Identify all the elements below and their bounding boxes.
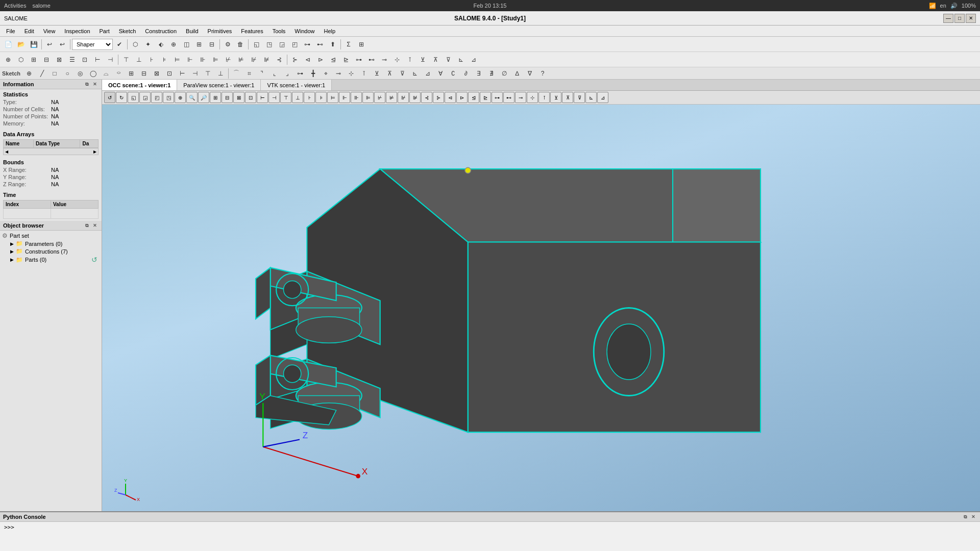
tb2-2[interactable]: ⬡ xyxy=(15,54,27,66)
tb-btn5[interactable]: ⬖ xyxy=(155,38,167,51)
vt-btn4[interactable]: ◲ xyxy=(139,92,151,103)
tb2-22[interactable]: ⊰ xyxy=(273,54,285,66)
tb2-33[interactable]: ⊻ xyxy=(416,54,429,66)
sk-btn27[interactable]: ⊺ xyxy=(358,67,370,80)
tb2-17[interactable]: ⊫ xyxy=(209,54,222,66)
vt-btn9[interactable]: 🔎 xyxy=(198,92,209,103)
vt-btn7[interactable]: ⊕ xyxy=(175,92,186,103)
tb2-37[interactable]: ⊿ xyxy=(468,54,480,66)
tb-new[interactable]: 📄 xyxy=(2,38,14,51)
tb2-9[interactable]: ⊣ xyxy=(104,54,116,66)
3d-viewport[interactable]: X Y Z X Y Z xyxy=(102,105,980,511)
scroll-left-arrow[interactable]: ◀ xyxy=(4,148,10,155)
tb-btn9[interactable]: ⊟ xyxy=(206,38,218,51)
vt-btn42[interactable]: ⊾ xyxy=(585,92,597,103)
sk-btn4[interactable]: ○ xyxy=(61,67,74,80)
tb-btn7[interactable]: ◫ xyxy=(180,38,192,51)
tb-view3[interactable]: ◲ xyxy=(276,38,288,51)
sk-btn16[interactable]: ⊥ xyxy=(214,67,227,80)
vt-btn2[interactable]: ↻ xyxy=(116,92,127,103)
menu-tools[interactable]: Tools xyxy=(268,27,290,35)
tb-del[interactable]: 🗑 xyxy=(234,38,247,51)
tb-btn6[interactable]: ⊕ xyxy=(167,38,180,51)
tb2-11[interactable]: ⊥ xyxy=(133,54,145,66)
tb-view4[interactable]: ◰ xyxy=(288,38,301,51)
vt-btn43[interactable]: ⊿ xyxy=(597,92,608,103)
vt-btn11[interactable]: ⊟ xyxy=(222,92,233,103)
sk-btn13[interactable]: ⊢ xyxy=(176,67,188,80)
menu-features[interactable]: Features xyxy=(237,27,267,35)
sk-btn9[interactable]: ⊞ xyxy=(125,67,137,80)
menu-help[interactable]: Help xyxy=(320,27,339,35)
sk-btn29[interactable]: ⊼ xyxy=(383,67,396,80)
scroll-right-arrow[interactable]: ▶ xyxy=(92,148,98,155)
tb2-3[interactable]: ⊞ xyxy=(28,54,40,66)
tb2-30[interactable]: ⊸ xyxy=(378,54,390,66)
sk-btn19[interactable]: ⌝ xyxy=(256,67,268,80)
vt-btn8[interactable]: 🔍 xyxy=(186,92,198,103)
tb2-25[interactable]: ⊳ xyxy=(314,54,327,66)
sk-btn38[interactable]: ∅ xyxy=(498,67,510,80)
vt-btn38[interactable]: ⊺ xyxy=(538,92,550,103)
vt-btn26[interactable]: ⊮ xyxy=(398,92,409,103)
sk-btn41[interactable]: ? xyxy=(536,67,549,80)
tb-btn4[interactable]: ✦ xyxy=(142,38,154,51)
vt-btn31[interactable]: ⊳ xyxy=(456,92,468,103)
info-float-btn[interactable]: ⧉ xyxy=(83,81,90,88)
vt-btn5[interactable]: ◰ xyxy=(151,92,162,103)
data-arrays-scrollbar[interactable]: ◀ ▶ xyxy=(3,148,99,155)
tb-view1[interactable]: ◱ xyxy=(250,38,262,51)
sk-btn10[interactable]: ⊟ xyxy=(138,67,150,80)
sk-btn32[interactable]: ⊿ xyxy=(422,67,434,80)
tb2-28[interactable]: ⊶ xyxy=(353,54,365,66)
sk-btn17[interactable]: ⌒ xyxy=(230,67,242,80)
tb2-7[interactable]: ⊡ xyxy=(79,54,91,66)
sk-btn2[interactable]: ╱ xyxy=(36,67,48,80)
tab-vtk[interactable]: VTK scene:1 - viewer:1 xyxy=(261,80,332,90)
sk-btn30[interactable]: ⊽ xyxy=(396,67,408,80)
sk-btn25[interactable]: ⊸ xyxy=(332,67,345,80)
tb2-4[interactable]: ⊟ xyxy=(40,54,53,66)
sk-btn11[interactable]: ⊠ xyxy=(151,67,163,80)
tb2-23[interactable]: ⊱ xyxy=(289,54,301,66)
vt-btn34[interactable]: ⊶ xyxy=(492,92,503,103)
vt-btn32[interactable]: ⊴ xyxy=(468,92,479,103)
vt-btn17[interactable]: ⊥ xyxy=(292,92,303,103)
vt-btn37[interactable]: ⊹ xyxy=(527,92,538,103)
vt-btn29[interactable]: ⊱ xyxy=(433,92,444,103)
sk-btn31[interactable]: ⊾ xyxy=(409,67,421,80)
sk-btn24[interactable]: ⌖ xyxy=(320,67,332,80)
vt-btn25[interactable]: ⊭ xyxy=(386,92,397,103)
sk-btn18[interactable]: ⌗ xyxy=(243,67,255,80)
sk-btn21[interactable]: ⌟ xyxy=(281,67,293,80)
sk-btn36[interactable]: ∃ xyxy=(473,67,485,80)
tb2-35[interactable]: ⊽ xyxy=(442,54,454,66)
vt-btn33[interactable]: ⊵ xyxy=(480,92,491,103)
vt-btn39[interactable]: ⊻ xyxy=(550,92,561,103)
sk-btn20[interactable]: ⌞ xyxy=(268,67,281,80)
vt-btn24[interactable]: ⊬ xyxy=(374,92,385,103)
menu-view[interactable]: View xyxy=(39,27,60,35)
vt-btn18[interactable]: ⊦ xyxy=(304,92,315,103)
sk-btn33[interactable]: ∀ xyxy=(434,67,447,80)
info-close-btn[interactable]: ✕ xyxy=(91,81,99,88)
tb-save[interactable]: 💾 xyxy=(28,38,40,51)
vt-btn15[interactable]: ⊣ xyxy=(268,92,280,103)
vt-btn21[interactable]: ⊩ xyxy=(339,92,350,103)
console-close-btn[interactable]: ✕ xyxy=(970,513,977,520)
console-body[interactable]: >>> xyxy=(0,522,980,551)
menu-window[interactable]: Window xyxy=(290,27,318,35)
sk-btn39[interactable]: ∆ xyxy=(511,67,523,80)
ob-float-btn[interactable]: ⧉ xyxy=(83,222,90,229)
vt-btn12[interactable]: ⊠ xyxy=(233,92,244,103)
tb-gear[interactable]: ⚙ xyxy=(222,38,234,51)
menu-construction[interactable]: Construction xyxy=(141,27,181,35)
tb2-1[interactable]: ⊕ xyxy=(2,54,14,66)
tb2-29[interactable]: ⊷ xyxy=(365,54,378,66)
vt-btn20[interactable]: ⊨ xyxy=(327,92,338,103)
tb-undo[interactable]: ↩ xyxy=(43,38,56,51)
tb-export[interactable]: ⬆ xyxy=(327,38,339,51)
module-selector[interactable]: Shaper xyxy=(72,39,113,50)
sk-btn7[interactable]: ⌓ xyxy=(100,67,112,80)
menu-file[interactable]: File xyxy=(2,27,19,35)
